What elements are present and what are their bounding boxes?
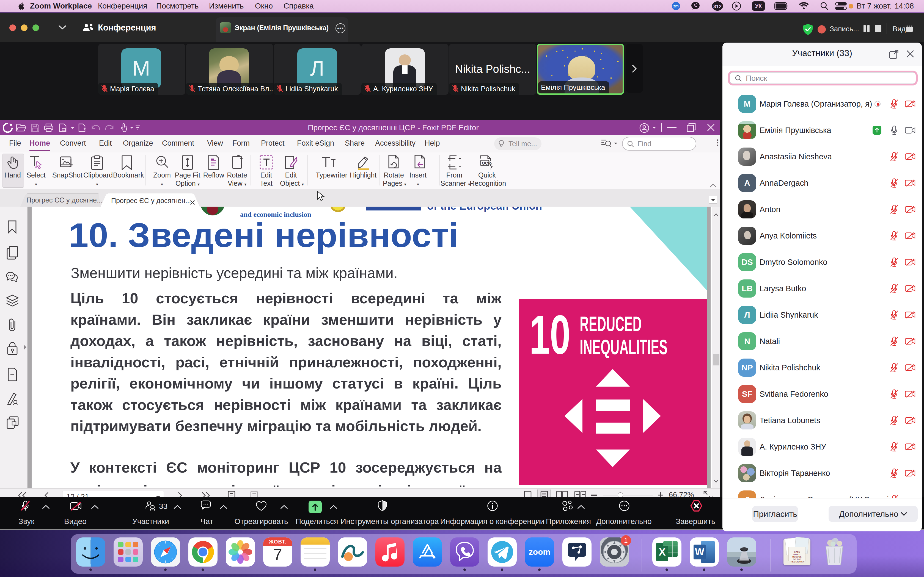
svg-text:OCR: OCR xyxy=(482,161,491,165)
